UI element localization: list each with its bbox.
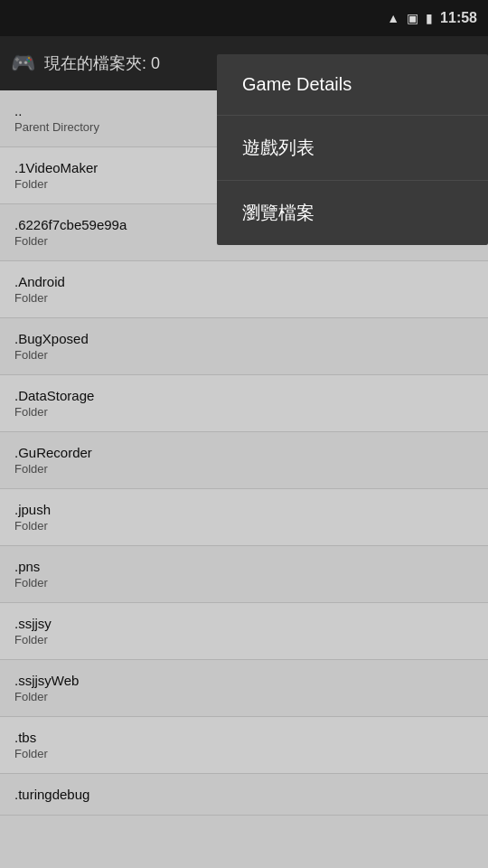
dropdown-menu: Game Details遊戲列表瀏覽檔案 — [217, 54, 488, 245]
dropdown-item-2[interactable]: 瀏覽檔案 — [217, 181, 488, 245]
dropdown-item-0[interactable]: Game Details — [217, 54, 488, 116]
dropdown-item-1[interactable]: 遊戲列表 — [217, 116, 488, 181]
